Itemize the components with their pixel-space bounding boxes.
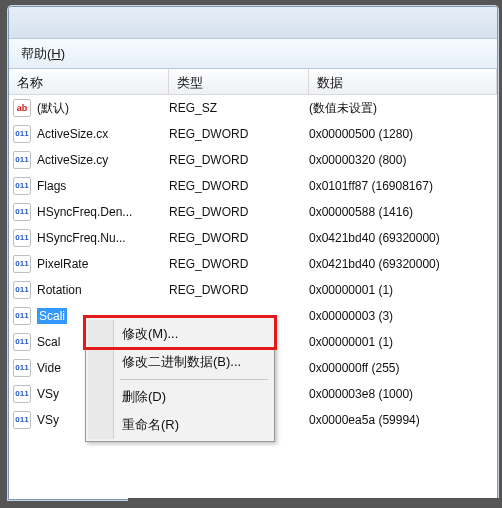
value-name: Flags [37,179,66,193]
reg-sz-icon: ab [13,99,31,117]
menu-separator [88,376,272,383]
menu-modify[interactable]: 修改(M)... [88,320,272,348]
value-name: Rotation [37,283,82,297]
reg-dword-icon: 011 [13,359,31,377]
reg-dword-icon: 011 [13,203,31,221]
value-name: VSy [37,413,59,427]
value-data: 0x000003e8 (1000) [309,387,497,401]
value-name: Scal [37,335,60,349]
column-data[interactable]: 数据 [309,69,497,94]
value-data: 0x00000003 (3) [309,309,497,323]
menu-modify-binary[interactable]: 修改二进制数据(B)... [88,348,272,376]
window-titlebar[interactable] [9,7,497,39]
reg-dword-icon: 011 [13,229,31,247]
reg-dword-icon: 011 [13,281,31,299]
menubar[interactable]: 帮助(H) [9,39,497,69]
table-row[interactable]: 011ActiveSize.cyREG_DWORD0x00000320 (800… [9,147,497,173]
value-data: 0x0101ff87 (16908167) [309,179,497,193]
value-data: 0x0421bd40 (69320000) [309,231,497,245]
value-type: REG_DWORD [169,205,309,219]
context-menu: 修改(M)... 修改二进制数据(B)... 删除(D) 重命名(R) [85,317,275,442]
value-name: ActiveSize.cy [37,153,108,167]
column-name[interactable]: 名称 [9,69,169,94]
column-headers[interactable]: 名称 类型 数据 [9,69,497,95]
column-type[interactable]: 类型 [169,69,309,94]
reg-dword-icon: 011 [13,177,31,195]
registry-window: 帮助(H) 名称 类型 数据 ab(默认)REG_SZ(数值未设置)011Act… [8,6,498,500]
menu-help[interactable]: 帮助(H) [21,45,65,63]
table-row[interactable]: ab(默认)REG_SZ(数值未设置) [9,95,497,121]
value-name: ActiveSize.cx [37,127,108,141]
value-data: 0x0000ea5a (59994) [309,413,497,427]
value-name: HSyncFreq.Nu... [37,231,126,245]
value-data: 0x00000001 (1) [309,335,497,349]
value-name: Vide [37,361,61,375]
value-data: 0x00000500 (1280) [309,127,497,141]
menu-rename[interactable]: 重命名(R) [88,411,272,439]
value-data: 0x00000320 (800) [309,153,497,167]
reg-dword-icon: 011 [13,307,31,325]
table-row[interactable]: 011PixelRateREG_DWORD0x0421bd40 (6932000… [9,251,497,277]
value-name: PixelRate [37,257,88,271]
reg-dword-icon: 011 [13,411,31,429]
value-type: REG_DWORD [169,179,309,193]
menu-delete[interactable]: 删除(D) [88,383,272,411]
table-row[interactable]: 011RotationREG_DWORD0x00000001 (1) [9,277,497,303]
table-row[interactable]: 011HSyncFreq.Den...REG_DWORD0x00000588 (… [9,199,497,225]
reg-dword-icon: 011 [13,125,31,143]
value-data: 0x00000001 (1) [309,283,497,297]
value-name: Scali [37,308,67,324]
value-name: HSyncFreq.Den... [37,205,132,219]
value-data: 0x000000ff (255) [309,361,497,375]
value-name: (默认) [37,100,69,117]
table-row[interactable]: 011FlagsREG_DWORD0x0101ff87 (16908167) [9,173,497,199]
table-row[interactable]: 011HSyncFreq.Nu...REG_DWORD0x0421bd40 (6… [9,225,497,251]
table-row[interactable]: 011ActiveSize.cxREG_DWORD0x00000500 (128… [9,121,497,147]
value-data: 0x00000588 (1416) [309,205,497,219]
list-view[interactable]: 名称 类型 数据 ab(默认)REG_SZ(数值未设置)011ActiveSiz… [9,69,497,499]
value-data: (数值未设置) [309,100,497,117]
reg-dword-icon: 011 [13,255,31,273]
value-type: REG_DWORD [169,127,309,141]
outer-frame-edge [128,498,502,508]
value-data: 0x0421bd40 (69320000) [309,257,497,271]
reg-dword-icon: 011 [13,385,31,403]
value-name: VSy [37,387,59,401]
reg-dword-icon: 011 [13,151,31,169]
value-type: REG_SZ [169,101,309,115]
value-type: REG_DWORD [169,257,309,271]
reg-dword-icon: 011 [13,333,31,351]
value-type: REG_DWORD [169,231,309,245]
value-type: REG_DWORD [169,283,309,297]
value-type: REG_DWORD [169,153,309,167]
